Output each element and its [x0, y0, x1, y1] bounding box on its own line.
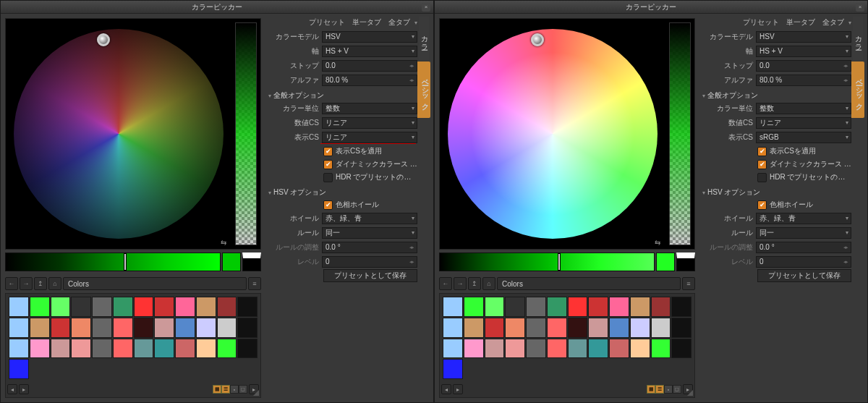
color-swatch[interactable]	[217, 339, 237, 359]
color-swatch[interactable]	[526, 297, 546, 317]
view-large-icon[interactable]: ◻	[673, 385, 681, 394]
color-swatch[interactable]	[443, 339, 463, 359]
color-swatch[interactable]	[9, 359, 29, 379]
close-button[interactable]: ×	[856, 3, 864, 12]
view-large-icon[interactable]: ◻	[239, 385, 247, 394]
hsv-section-head[interactable]: HSV オプション	[702, 187, 851, 198]
value-slider[interactable]	[669, 22, 691, 245]
color-swatch[interactable]	[547, 297, 567, 317]
wheel-dropdown[interactable]: 赤、緑、青	[756, 213, 851, 224]
apply-display-cs-checkbox[interactable]: ✔	[757, 147, 767, 156]
color-swatch[interactable]	[464, 297, 484, 317]
nav-fwd-button[interactable]: →	[20, 277, 33, 290]
color-swatch[interactable]	[71, 318, 91, 338]
color-swatch[interactable]	[630, 339, 650, 359]
color-swatch[interactable]	[505, 339, 525, 359]
nav-home-button[interactable]: ⌂	[48, 277, 61, 290]
general-section-head[interactable]: 全般オプション	[268, 90, 417, 101]
view-small-icon[interactable]: ▪	[230, 385, 239, 394]
all-tab-link[interactable]: 全タブ	[386, 17, 413, 27]
hue-slider[interactable]	[439, 253, 655, 271]
hue-slider[interactable]	[5, 253, 221, 271]
colors-dropdown[interactable]: Colors	[63, 277, 247, 290]
color-swatch[interactable]	[443, 359, 463, 379]
hue-handle[interactable]	[124, 253, 127, 271]
color-swatch[interactable]	[630, 318, 650, 338]
color-swatch[interactable]	[92, 297, 112, 317]
color-swatch[interactable]	[526, 339, 546, 359]
color-swatch[interactable]	[175, 339, 195, 359]
color-swatch[interactable]	[113, 339, 133, 359]
color-swatch[interactable]	[71, 339, 91, 359]
stop-input[interactable]: 0.0	[756, 60, 851, 72]
preset-link[interactable]: プリセット	[306, 17, 348, 27]
view-small-icon[interactable]: ▪	[664, 385, 673, 394]
color-wheel[interactable]	[14, 29, 224, 239]
preset-link[interactable]: プリセット	[740, 17, 782, 27]
color-swatch[interactable]	[154, 297, 174, 317]
color-swatch[interactable]	[51, 318, 71, 338]
resize-handle[interactable]	[253, 390, 259, 396]
color-swatch[interactable]	[134, 339, 154, 359]
general-section-head[interactable]: 全般オプション	[702, 90, 851, 101]
nav-back-button[interactable]: ←	[5, 277, 18, 290]
side-tab-color[interactable]: カラー	[419, 17, 429, 60]
single-tab-link[interactable]: 単一タブ	[349, 17, 384, 27]
color-swatch[interactable]	[113, 318, 133, 338]
color-swatch[interactable]	[113, 297, 133, 317]
nav-back-button[interactable]: ←	[439, 277, 452, 290]
display-cs-dropdown[interactable]: sRGB	[756, 132, 851, 143]
color-swatch[interactable]	[9, 339, 29, 359]
color-swatch[interactable]	[196, 297, 216, 317]
all-tab-link[interactable]: 全タブ	[820, 17, 847, 27]
color-swatch[interactable]	[134, 318, 154, 338]
color-swatch[interactable]	[154, 318, 174, 338]
color-swatch[interactable]	[196, 318, 216, 338]
color-swatch[interactable]	[485, 297, 505, 317]
nav-up-button[interactable]: ↥	[34, 277, 47, 290]
axis-dropdown[interactable]: HS + V	[322, 46, 417, 57]
color-swatch[interactable]	[651, 297, 671, 317]
apply-display-cs-checkbox[interactable]: ✔	[323, 147, 333, 156]
picker-handle[interactable]	[97, 33, 110, 46]
color-swatch[interactable]	[588, 339, 608, 359]
picker-handle[interactable]	[531, 33, 544, 46]
color-swatch[interactable]	[196, 339, 216, 359]
dynamic-color-checkbox[interactable]: ✔	[757, 160, 767, 169]
close-button[interactable]: ×	[422, 3, 430, 12]
view-grid-icon[interactable]: ▦	[647, 385, 655, 394]
color-swatch[interactable]	[237, 318, 258, 338]
hdr-preset-checkbox[interactable]: ✔	[757, 173, 767, 182]
color-swatch[interactable]	[485, 318, 505, 338]
color-swatch[interactable]	[588, 318, 608, 338]
swap-icon[interactable]: ⇆	[652, 237, 663, 247]
hsv-section-head[interactable]: HSV オプション	[268, 187, 417, 198]
nav-home-button[interactable]: ⌂	[482, 277, 495, 290]
color-swatch[interactable]	[92, 339, 112, 359]
color-swatch[interactable]	[30, 297, 50, 317]
wheel-dropdown[interactable]: 赤、緑、青	[322, 213, 417, 224]
scroll-right-button[interactable]: ▸	[453, 384, 463, 394]
color-swatch[interactable]	[134, 297, 154, 317]
color-swatch[interactable]	[175, 318, 195, 338]
color-swatch[interactable]	[30, 318, 50, 338]
color-swatch[interactable]	[237, 339, 258, 359]
color-swatch[interactable]	[671, 339, 692, 359]
rule-dropdown[interactable]: 同一	[756, 227, 851, 239]
color-swatch[interactable]	[9, 297, 29, 317]
color-swatch[interactable]	[51, 339, 71, 359]
color-swatch[interactable]	[568, 339, 588, 359]
color-model-dropdown[interactable]: HSV	[322, 31, 417, 43]
color-swatch[interactable]	[175, 297, 195, 317]
color-swatch[interactable]	[651, 318, 671, 338]
color-swatch[interactable]	[464, 318, 484, 338]
value-slider[interactable]	[235, 22, 257, 245]
display-cs-dropdown[interactable]: リニア	[322, 132, 417, 143]
color-swatch[interactable]	[217, 318, 237, 338]
current-color-swatch[interactable]	[222, 253, 241, 271]
side-tab-basic[interactable]: ベーシック	[417, 61, 430, 118]
hue-handle[interactable]	[558, 253, 561, 271]
color-model-dropdown[interactable]: HSV	[756, 31, 851, 43]
numeric-cs-dropdown[interactable]: リニア	[756, 117, 851, 129]
stop-input[interactable]: 0.0	[322, 60, 417, 72]
